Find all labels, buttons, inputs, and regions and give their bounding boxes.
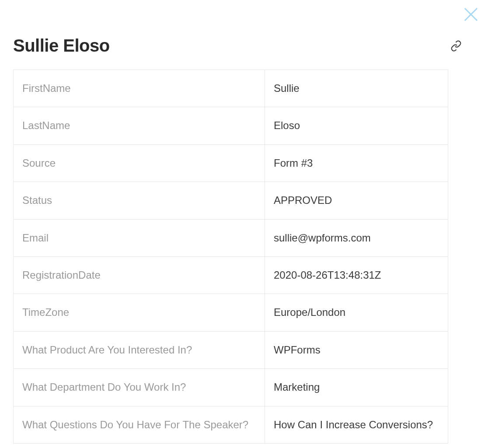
close-button[interactable] (462, 5, 480, 24)
header-row: Sullie Eloso (13, 36, 475, 56)
field-label: RegistrationDate (14, 256, 265, 294)
field-label: Source (14, 144, 265, 182)
field-value: APPROVED (265, 182, 448, 219)
field-label: FirstName (14, 70, 265, 107)
link-icon (450, 40, 462, 52)
table-row: FirstNameSullie (14, 70, 448, 107)
field-label: Status (14, 182, 265, 219)
field-value: Marketing (265, 369, 448, 406)
field-label: What Questions Do You Have For The Speak… (14, 406, 265, 443)
table-row: What Questions Do You Have For The Speak… (14, 406, 448, 443)
table-row: What Department Do You Work In?Marketing (14, 369, 448, 406)
field-label: TimeZone (14, 294, 265, 331)
details-table: FirstNameSullieLastNameElosoSourceForm #… (13, 70, 448, 444)
field-label: Email (14, 219, 265, 256)
field-value: Form #3 (265, 144, 448, 182)
table-row: TimeZoneEurope/London (14, 294, 448, 331)
copy-link-button[interactable] (450, 40, 462, 52)
table-row: RegistrationDate2020-08-26T13:48:31Z (14, 256, 448, 294)
table-row: SourceForm #3 (14, 144, 448, 182)
field-value: Europe/London (265, 294, 448, 331)
page-title: Sullie Eloso (13, 36, 110, 56)
detail-panel: Sullie Eloso FirstNameSullieLastNameElos… (0, 0, 488, 444)
table-row: StatusAPPROVED (14, 182, 448, 219)
field-value: Eloso (265, 107, 448, 144)
table-row: What Product Are You Interested In?WPFor… (14, 331, 448, 368)
table-row: Emailsullie@wpforms.com (14, 219, 448, 256)
field-value: 2020-08-26T13:48:31Z (265, 256, 448, 294)
field-value: Sullie (265, 70, 448, 107)
table-row: LastNameEloso (14, 107, 448, 144)
field-value: sullie@wpforms.com (265, 219, 448, 256)
field-label: What Product Are You Interested In? (14, 331, 265, 368)
close-icon (463, 6, 479, 23)
field-label: LastName (14, 107, 265, 144)
field-label: What Department Do You Work In? (14, 369, 265, 406)
field-value: How Can I Increase Conversions? (265, 406, 448, 443)
field-value: WPForms (265, 331, 448, 368)
